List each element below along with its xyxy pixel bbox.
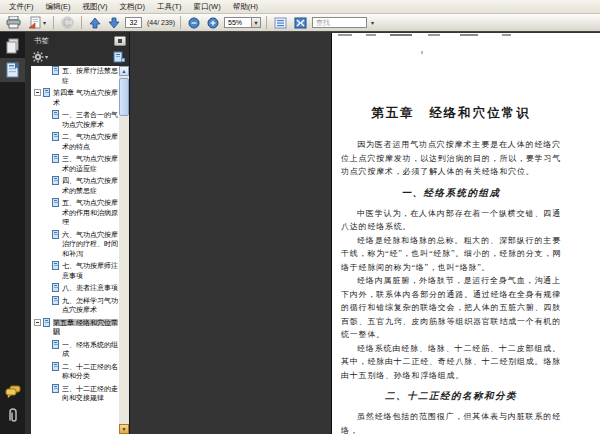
tab-comments[interactable]: [0, 380, 25, 404]
previous-page-icon: [89, 17, 101, 29]
zoom-level-select[interactable]: 55% ▼: [224, 17, 261, 28]
bookmark-item[interactable]: 第四章 气功点穴按摩术: [33, 88, 118, 107]
bookmark-label[interactable]: 六、气功点穴按摩治疗的疗程、时间和补泻: [62, 231, 118, 257]
tab-bookmarks[interactable]: [0, 58, 25, 82]
bookmark-label[interactable]: 三、气功点穴按摩术的适应症: [62, 155, 118, 172]
scan-noise: [366, 34, 376, 36]
bookmark-item[interactable]: 八、患者注意事项: [33, 283, 118, 293]
page-text-block: 虽然经络包括的范围很广，但其体表与内脏联系的经络，: [341, 410, 561, 434]
tab-attachments[interactable]: [0, 404, 25, 428]
toolbar-separator: [53, 16, 54, 29]
fit-page-icon: [294, 17, 307, 29]
toolbar-separator: [180, 16, 181, 29]
page-number-input[interactable]: [125, 17, 142, 28]
menu-item[interactable]: 工具(T): [151, 1, 188, 13]
bookmark-label[interactable]: 七、气功按摩师注意事项: [62, 262, 118, 279]
bookmark-item[interactable]: 一、经络系统的组成: [33, 340, 118, 359]
menu-bar: 文件(F) 编辑(E) 视图(V) 文档(D) 工具(T) 窗口(W) 帮助(H…: [0, 0, 600, 14]
page-text-block: 二、十二正经的名称和分类: [341, 390, 561, 403]
page-text-block: 因为医者运用气功点穴按摩术主要是在人体的经络穴位上点穴按摩发功，以达到治病的目的…: [341, 138, 561, 179]
fit-width-button[interactable]: [272, 15, 289, 30]
bookmark-tree: 五、按摩疗法禁忌症 第四章 气功点穴按摩术 一、三者合一的气功点穴按摩术: [31, 66, 119, 408]
menu-item[interactable]: 帮助(H): [227, 1, 264, 13]
bookmark-page-icon: [43, 88, 50, 97]
bookmark-page-icon: [43, 318, 50, 327]
bookmark-label[interactable]: 一、经络系统的组成: [62, 341, 118, 358]
zoom-out-icon: [188, 17, 200, 29]
pdf-reader-window: 文件(F) 编辑(E) 视图(V) 文档(D) 工具(T) 窗口(W) 帮助(H…: [0, 0, 600, 434]
print-button[interactable]: [4, 15, 23, 30]
bookmark-label[interactable]: 第五章 经络和穴位常识: [53, 319, 118, 336]
bookmark-label[interactable]: 三、十二正经的走向和交接规律: [62, 385, 118, 402]
page-text-block: 经络系统由经脉、络脉、十二经筋、十二皮部组成。其中，经脉由十二正经、奇经八脉、十…: [341, 342, 561, 383]
bookmark-item[interactable]: 七、气功按摩师注意事项: [33, 261, 118, 280]
bookmark-item[interactable]: 三、十二正经的走向和交接规律: [33, 384, 118, 403]
bookmark-item[interactable]: 一、三者合一的气功点穴按摩术: [33, 110, 118, 129]
bookmark-item[interactable]: 五、按摩疗法禁忌症: [33, 66, 118, 85]
toolbar-separator: [81, 16, 82, 29]
bookmark-item[interactable]: 九、怎样学习气功点穴按摩术: [33, 296, 118, 315]
bookmark-item[interactable]: 第五章 经络和穴位常识: [33, 318, 118, 337]
bookmarks-scrollbar[interactable]: ▲ ▼: [119, 66, 129, 434]
bookmark-label[interactable]: 第四章 气功点穴按摩术: [53, 89, 118, 106]
bookmark-label[interactable]: 九、怎样学习气功点穴按摩术: [62, 297, 118, 314]
bookmark-label[interactable]: 五、气功点穴按摩术的作用和治病原理: [62, 199, 118, 225]
menu-item[interactable]: 视图(V): [77, 1, 114, 13]
navigation-tab-strip: [0, 32, 25, 434]
scan-noise: [428, 34, 440, 36]
bookmarks-panel-header: 书签: [25, 32, 129, 49]
bookmark-item[interactable]: 四、气功点穴按摩术的禁忌症: [33, 176, 118, 195]
collapse-expander-icon[interactable]: [34, 319, 41, 326]
collapse-expander-icon[interactable]: [34, 89, 41, 96]
menu-item[interactable]: 文件(F): [3, 1, 40, 13]
email-dropdown-caret[interactable]: ▾: [43, 19, 46, 26]
bookmark-label[interactable]: 二、十二正经的名称和分类: [62, 363, 118, 380]
bookmark-label[interactable]: 五、按摩疗法禁忌症: [62, 67, 118, 84]
scan-noise: [502, 34, 511, 36]
zoom-in-button[interactable]: [205, 15, 221, 30]
bookmark-label[interactable]: 二、气功点穴按摩术的特点: [62, 133, 118, 150]
bookmark-page-icon: [52, 230, 59, 239]
tab-pages[interactable]: [0, 34, 25, 58]
previous-view-button[interactable]: [59, 15, 76, 30]
menu-item[interactable]: 文档(D): [114, 1, 151, 13]
bookmarks-panel-menu-button[interactable]: [114, 36, 126, 46]
zoom-in-icon: [207, 17, 219, 29]
bookmark-item[interactable]: 三、气功点穴按摩术的适应症: [33, 154, 118, 173]
menu-item[interactable]: 编辑(E): [40, 1, 77, 13]
scroll-down-button[interactable]: ▼: [119, 424, 129, 434]
bookmark-item[interactable]: 二、十二正经的名称和分类: [33, 362, 118, 381]
zoom-out-button[interactable]: [186, 15, 202, 30]
pages-icon: [5, 38, 20, 54]
bookmark-label[interactable]: 八、患者注意事项: [62, 284, 118, 291]
bookmark-label[interactable]: 四、气功点穴按摩术的禁忌症: [62, 177, 118, 194]
scan-noise: [460, 34, 478, 36]
fit-page-button[interactable]: [292, 15, 309, 30]
page-text-block: 中医学认为，在人体内部存在着一个纵横交错、四通八达的经络系统。: [341, 207, 561, 234]
bookmark-page-icon: [52, 66, 59, 75]
pdf-page[interactable]: 第五章 经络和穴位常识 因为医者运用气功点穴按摩术主要是在人体的经络穴位上点穴按…: [331, 33, 600, 434]
document-pane[interactable]: 第五章 经络和穴位常识 因为医者运用气功点穴按摩术主要是在人体的经络穴位上点穴按…: [130, 32, 600, 434]
options-menu-button[interactable]: ▾: [32, 51, 48, 63]
bookmark-page-icon: [52, 362, 59, 371]
bookmark-item[interactable]: 二、气功点穴按摩术的特点: [33, 132, 118, 151]
menu-item[interactable]: 窗口(W): [188, 1, 227, 13]
scroll-up-button[interactable]: ▲: [119, 66, 129, 76]
search-dropdown-icon[interactable]: ▾: [371, 19, 374, 26]
bookmark-item[interactable]: 六、气功点穴按摩治疗的疗程、时间和补泻: [33, 230, 118, 259]
previous-page-button[interactable]: [87, 15, 103, 30]
email-button[interactable]: ▾: [26, 15, 48, 30]
zoom-dropdown-caret[interactable]: ▼: [252, 17, 261, 28]
bookmarks-options-row: ▾: [25, 49, 129, 66]
next-page-button[interactable]: [106, 15, 122, 30]
expand-current-bookmark-button[interactable]: [113, 51, 125, 63]
scrollbar-thumb[interactable]: [119, 78, 129, 116]
scan-noise: [390, 34, 412, 36]
toolbar: ▾ (44/ 239): [0, 14, 600, 32]
page-text-block: 一、经络系统的组成: [341, 187, 561, 200]
bookmark-label[interactable]: 一、三者合一的气功点穴按摩术: [62, 111, 118, 128]
options-caret-icon: ▾: [45, 53, 48, 60]
search-input[interactable]: [312, 17, 367, 28]
page-count-label: (44/ 239): [147, 19, 175, 26]
bookmark-item[interactable]: 五、气功点穴按摩术的作用和治病原理: [33, 198, 118, 227]
